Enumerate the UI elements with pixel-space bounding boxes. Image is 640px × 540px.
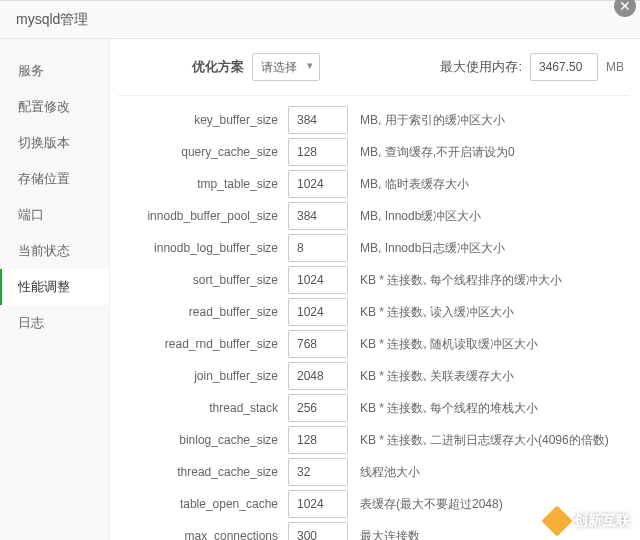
param-row: tmp_table_sizeMB, 临时表缓存大小 <box>118 168 630 200</box>
param-row: thread_stackKB * 连接数, 每个线程的堆栈大小 <box>118 392 630 424</box>
max-memory-unit: MB <box>606 60 624 74</box>
window-body: 服务配置修改切换版本存储位置端口当前状态性能调整日志 优化方案 请选择 最大使用… <box>0 39 640 540</box>
param-row: read_rnd_buffer_sizeKB * 连接数, 随机读取缓冲区大小 <box>118 328 630 360</box>
param-input-read_buffer_size[interactable] <box>288 298 348 326</box>
param-desc: MB, Innodb缓冲区大小 <box>360 208 481 225</box>
param-desc: KB * 连接数, 关联表缓存大小 <box>360 368 514 385</box>
param-input-tmp_table_size[interactable] <box>288 170 348 198</box>
watermark-icon <box>541 505 572 536</box>
param-label: innodb_log_buffer_size <box>118 241 288 255</box>
sidebar-item-4[interactable]: 端口 <box>0 197 109 233</box>
param-label: key_buffer_size <box>118 113 288 127</box>
param-desc: 线程池大小 <box>360 464 420 481</box>
param-input-max_connections[interactable] <box>288 522 348 540</box>
param-desc: MB, 查询缓存,不开启请设为0 <box>360 144 515 161</box>
max-memory-label: 最大使用内存: <box>440 58 522 76</box>
watermark: 创新互联 <box>546 510 630 532</box>
param-desc: 最大连接数 <box>360 528 420 541</box>
sidebar-item-5[interactable]: 当前状态 <box>0 233 109 269</box>
param-label: table_open_cache <box>118 497 288 511</box>
close-icon: ✕ <box>619 0 631 14</box>
watermark-text: 创新互联 <box>574 512 630 530</box>
param-desc: KB * 连接数, 随机读取缓冲区大小 <box>360 336 538 353</box>
plan-select-value: 请选择 <box>261 59 297 76</box>
param-label: read_buffer_size <box>118 305 288 319</box>
max-memory-input[interactable] <box>530 53 598 81</box>
param-input-key_buffer_size[interactable] <box>288 106 348 134</box>
param-desc: KB * 连接数, 二进制日志缓存大小(4096的倍数) <box>360 432 609 449</box>
param-label: read_rnd_buffer_size <box>118 337 288 351</box>
param-label: thread_cache_size <box>118 465 288 479</box>
param-row: read_buffer_sizeKB * 连接数, 读入缓冲区大小 <box>118 296 630 328</box>
param-list: key_buffer_sizeMB, 用于索引的缓冲区大小query_cache… <box>118 96 630 540</box>
param-desc: KB * 连接数, 每个线程的堆栈大小 <box>360 400 538 417</box>
param-label: max_connections <box>118 529 288 540</box>
param-input-read_rnd_buffer_size[interactable] <box>288 330 348 358</box>
param-label: sort_buffer_size <box>118 273 288 287</box>
window-title: mysqld管理 <box>16 11 88 29</box>
param-label: query_cache_size <box>118 145 288 159</box>
main-panel: 优化方案 请选择 最大使用内存: MB key_buffer_sizeMB, 用… <box>110 39 640 540</box>
param-label: innodb_buffer_pool_size <box>118 209 288 223</box>
param-desc: MB, Innodb日志缓冲区大小 <box>360 240 505 257</box>
param-input-join_buffer_size[interactable] <box>288 362 348 390</box>
param-input-table_open_cache[interactable] <box>288 490 348 518</box>
param-row: sort_buffer_sizeKB * 连接数, 每个线程排序的缓冲大小 <box>118 264 630 296</box>
param-row: join_buffer_sizeKB * 连接数, 关联表缓存大小 <box>118 360 630 392</box>
param-row: innodb_buffer_pool_sizeMB, Innodb缓冲区大小 <box>118 200 630 232</box>
mysqld-window: mysqld管理 ✕ 服务配置修改切换版本存储位置端口当前状态性能调整日志 优化… <box>0 0 640 540</box>
param-desc: MB, 临时表缓存大小 <box>360 176 469 193</box>
param-row: thread_cache_size 线程池大小 <box>118 456 630 488</box>
param-label: binlog_cache_size <box>118 433 288 447</box>
sidebar: 服务配置修改切换版本存储位置端口当前状态性能调整日志 <box>0 39 110 540</box>
plan-select[interactable]: 请选择 <box>252 53 320 81</box>
title-bar: mysqld管理 ✕ <box>0 1 640 39</box>
param-row: query_cache_sizeMB, 查询缓存,不开启请设为0 <box>118 136 630 168</box>
top-row: 优化方案 请选择 最大使用内存: MB <box>118 53 630 96</box>
param-desc: MB, 用于索引的缓冲区大小 <box>360 112 505 129</box>
param-row: key_buffer_sizeMB, 用于索引的缓冲区大小 <box>118 104 630 136</box>
param-input-thread_cache_size[interactable] <box>288 458 348 486</box>
sidebar-item-0[interactable]: 服务 <box>0 53 109 89</box>
sidebar-item-6[interactable]: 性能调整 <box>0 269 109 305</box>
sidebar-item-7[interactable]: 日志 <box>0 305 109 341</box>
param-input-binlog_cache_size[interactable] <box>288 426 348 454</box>
param-input-innodb_log_buffer_size[interactable] <box>288 234 348 262</box>
param-desc: KB * 连接数, 每个线程排序的缓冲大小 <box>360 272 562 289</box>
sidebar-item-3[interactable]: 存储位置 <box>0 161 109 197</box>
param-input-query_cache_size[interactable] <box>288 138 348 166</box>
close-button[interactable]: ✕ <box>614 0 636 17</box>
plan-label: 优化方案 <box>192 58 244 76</box>
sidebar-item-2[interactable]: 切换版本 <box>0 125 109 161</box>
param-input-thread_stack[interactable] <box>288 394 348 422</box>
param-label: tmp_table_size <box>118 177 288 191</box>
param-label: join_buffer_size <box>118 369 288 383</box>
param-input-innodb_buffer_pool_size[interactable] <box>288 202 348 230</box>
param-input-sort_buffer_size[interactable] <box>288 266 348 294</box>
param-desc: 表缓存(最大不要超过2048) <box>360 496 503 513</box>
param-desc: KB * 连接数, 读入缓冲区大小 <box>360 304 514 321</box>
param-row: innodb_log_buffer_sizeMB, Innodb日志缓冲区大小 <box>118 232 630 264</box>
param-label: thread_stack <box>118 401 288 415</box>
sidebar-item-1[interactable]: 配置修改 <box>0 89 109 125</box>
param-row: binlog_cache_sizeKB * 连接数, 二进制日志缓存大小(409… <box>118 424 630 456</box>
